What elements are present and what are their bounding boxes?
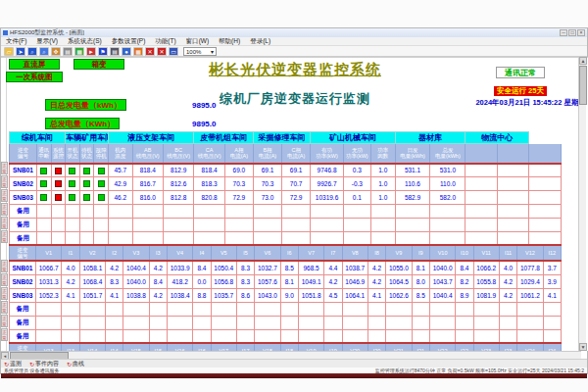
status-cell — [37, 219, 52, 232]
value-cell: 4.2 — [368, 261, 385, 274]
table-row[interactable]: 备用 — [10, 329, 562, 343]
value-cell — [343, 205, 370, 219]
status-cell — [51, 177, 66, 191]
value-cell: 1038.8 — [123, 288, 149, 302]
row-side-button[interactable]: 正常 — [1, 328, 8, 341]
value-cell — [456, 316, 473, 329]
t1-col-header-17: 总发 电量(kWh) — [430, 144, 466, 164]
pointer-icon[interactable]: ➤ — [16, 47, 25, 56]
vertical-scrollbar[interactable]: ▲ ▼ — [578, 57, 586, 351]
value-cell — [79, 316, 105, 329]
row-side-button[interactable]: 正常 — [1, 315, 8, 327]
media-icon[interactable]: ► — [86, 47, 96, 56]
status-cell — [79, 191, 94, 205]
monitor-icon[interactable]: ▭ — [169, 47, 178, 56]
t3-col-header-23: I24 — [543, 343, 561, 351]
value-cell: 0.0 — [193, 274, 211, 288]
t2-col-header-6: V4 — [167, 245, 192, 261]
value-cell — [429, 316, 455, 329]
minimize-button[interactable]: ─ — [560, 29, 567, 36]
row-side-button[interactable]: 正常 — [1, 175, 8, 188]
value-cell: 1040.0 — [429, 261, 455, 274]
menu-item-0[interactable]: 文件(F) — [1, 37, 31, 46]
vscroll-thumb[interactable] — [579, 66, 587, 105]
value-cell — [167, 316, 192, 329]
value-cell: 110.0 — [430, 177, 466, 191]
menu-item-7[interactable]: 登录(L) — [245, 37, 275, 46]
value-cell — [499, 302, 516, 316]
value-cell — [543, 329, 561, 343]
value-cell: 70.3 — [253, 177, 281, 191]
inverter-id: SNB01 — [10, 261, 36, 274]
scroll-up-icon[interactable]: ▲ — [579, 57, 587, 65]
table-row[interactable]: 备用 — [10, 316, 562, 329]
status-cell — [66, 205, 80, 219]
pan-hand-icon[interactable]: ✥ — [51, 47, 61, 56]
close-button[interactable]: × — [577, 29, 585, 36]
t2-col-header-14: V8 — [342, 245, 368, 261]
nav-button-box-transformer[interactable]: 箱变 — [74, 59, 124, 70]
status-ok-indicator — [83, 180, 90, 187]
t2-col-header-20: V11 — [473, 245, 499, 261]
table-row[interactable]: SNB0346.2816.0812.8820.872.973.072.91031… — [10, 191, 562, 205]
delete-alt-icon[interactable]: ✕ — [157, 47, 167, 56]
t3-col-header-16: V21 — [386, 343, 412, 351]
zoom-out-icon[interactable]: ⌕ — [39, 47, 49, 56]
table-row[interactable]: 备用 — [10, 219, 562, 232]
value-cell — [342, 316, 368, 329]
value-cell: 0.3 — [343, 164, 370, 177]
notes-icon[interactable]: ▤ — [63, 47, 73, 56]
row-side-button[interactable]: 正常 — [1, 203, 8, 216]
value-cell: 8.4 — [149, 274, 167, 288]
print-icon[interactable]: ▤ — [110, 47, 120, 56]
row-side-button[interactable]: 正常 — [1, 301, 8, 314]
value-cell — [108, 205, 132, 219]
delete-icon[interactable]: ✕ — [145, 47, 155, 56]
menu-item-6[interactable]: 帮助(H) — [214, 37, 245, 46]
flag-icon[interactable]: ⚑ — [98, 47, 108, 56]
horizontal-scrollbar[interactable]: ◂ — [1, 351, 581, 359]
tab-refresh-icon: ↻ — [4, 361, 9, 368]
menu-item-4[interactable]: 功能(T) — [150, 37, 180, 46]
status-ok-indicator — [40, 194, 47, 201]
value-cell — [282, 219, 311, 232]
row-side-button[interactable]: 正常 — [1, 230, 8, 243]
network-icon[interactable]: ● — [122, 47, 131, 56]
value-cell — [255, 316, 280, 329]
image-icon[interactable]: ▦ — [74, 47, 84, 56]
nav-button-dc-panel[interactable]: 直流屏 — [9, 59, 60, 70]
table-row[interactable]: SNB0242.9816.7812.6818.370.370.370.79926… — [10, 177, 562, 191]
value-cell: 4.2 — [149, 261, 167, 274]
t2-col-header-7: I4 — [193, 245, 211, 261]
zoom-select[interactable]: 100% ▾ — [183, 47, 217, 56]
window-grid-icon[interactable]: ▦ — [133, 47, 143, 56]
value-cell — [123, 316, 149, 329]
table-row[interactable]: 备用 — [10, 302, 562, 316]
menu-item-2[interactable]: 系统状态(S) — [63, 37, 107, 46]
maximize-button[interactable]: □ — [568, 29, 576, 36]
row-side-button[interactable]: 正常 — [1, 162, 8, 174]
value-cell: 1081.9 — [473, 288, 499, 302]
menu-item-3[interactable]: 参数设置(P) — [107, 37, 151, 46]
row-side-button[interactable]: 正常 — [1, 189, 8, 202]
table-row[interactable]: SNB0145.7818.4812.9818.469.069.169.19746… — [10, 164, 562, 177]
value-cell: 1032.7 — [255, 261, 280, 274]
zoom-in-icon[interactable]: ⌕ — [27, 47, 37, 56]
t3-col-header-14: V20 — [342, 343, 368, 351]
menu-item-5[interactable]: 窗口(W) — [181, 37, 214, 46]
table-row[interactable]: 备用 — [10, 205, 562, 219]
value-cell: 812.9 — [163, 164, 193, 177]
row-side-button[interactable]: 正常 — [1, 217, 8, 229]
row-side-button[interactable]: 正常 — [1, 273, 8, 286]
open-folder-icon[interactable]: ▱ — [4, 47, 14, 56]
scroll-down-icon[interactable]: ▼ — [579, 343, 587, 351]
nav-button-primary-system[interactable]: 一次系统图 — [6, 72, 63, 82]
value-cell: 818.3 — [194, 177, 224, 191]
table-row[interactable]: SNB021031.34.21068.48.31040.08.4418.20.0… — [10, 274, 562, 288]
menu-item-1[interactable]: 显示(V) — [31, 37, 63, 46]
value-cell: 4.1 — [368, 288, 385, 302]
row-side-button[interactable]: 正常 — [1, 260, 8, 272]
table-row[interactable]: SNB031052.34.11051.74.11038.84.21038.48.… — [10, 288, 562, 302]
table-row[interactable]: SNB011066.74.01058.14.21040.44.21033.98.… — [10, 261, 562, 274]
row-side-button[interactable]: 正常 — [1, 287, 8, 300]
